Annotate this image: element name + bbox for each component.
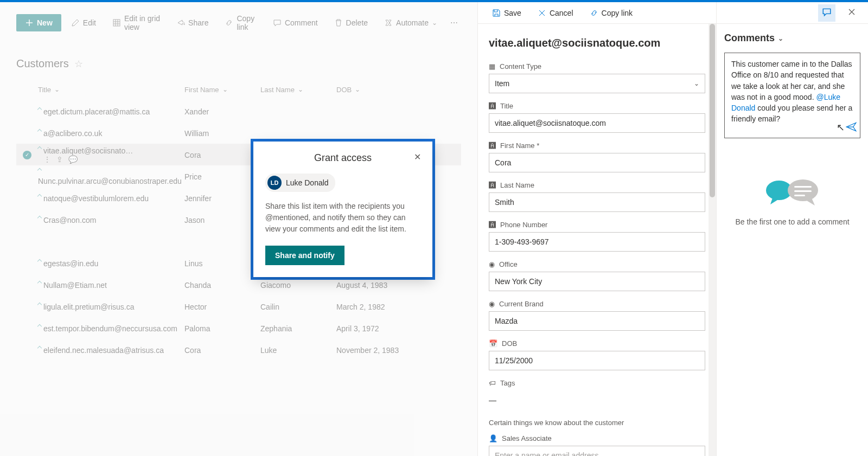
comments-illustration-icon	[717, 175, 868, 208]
choice-icon: ◉	[489, 300, 495, 308]
sales-associate-input[interactable]: Enter a name or email address	[489, 446, 705, 456]
chevron-down-icon: ⌄	[694, 80, 699, 87]
details-panel: Save Cancel Copy link vitae.aliquet@soci…	[477, 2, 716, 456]
dialog-close-button[interactable]: ✕	[414, 152, 421, 162]
brand-input[interactable]: Mazda	[489, 311, 705, 331]
person-icon: 👤	[489, 434, 497, 442]
text-field-icon: 🅰	[489, 102, 496, 110]
text-field-icon: 🅰	[489, 221, 496, 229]
title-input[interactable]: vitae.aliquet@sociisnatoque.com	[489, 113, 705, 133]
comment-input[interactable]: This customer came in to the Dallas Offi…	[724, 53, 860, 138]
main-area: New Edit Edit in grid view Share Copy li…	[0, 2, 477, 456]
save-icon	[492, 9, 501, 17]
close-panel-button[interactable]	[843, 4, 860, 22]
comment-icon	[822, 7, 832, 18]
choice-icon: ◉	[489, 260, 495, 268]
content-type-select[interactable]: Item ⌄	[489, 74, 705, 93]
panel-copy-link-button[interactable]: Copy link	[586, 7, 636, 20]
dialog-body-text: Share this list item with the recipients…	[265, 201, 420, 235]
avatar: LD	[267, 176, 282, 190]
tag-icon: 🏷	[489, 379, 496, 387]
calendar-icon: 📅	[489, 339, 497, 348]
dob-input[interactable]: 11/25/2000	[489, 351, 705, 370]
svg-rect-4	[794, 190, 812, 192]
first-name-input[interactable]: Cora	[489, 153, 705, 172]
recipient-chip[interactable]: LD Luke Donald	[265, 174, 335, 192]
comments-empty-state: Be the first one to add a comment	[717, 175, 868, 226]
send-icon	[846, 125, 857, 134]
panel-toolbar: Save Cancel Copy link	[478, 2, 716, 24]
empty-comments-label: Be the first one to add a comment	[717, 217, 868, 226]
close-icon	[538, 9, 546, 17]
tags-value[interactable]: —	[489, 390, 705, 410]
link-icon	[590, 9, 598, 17]
close-icon	[847, 8, 856, 18]
text-field-icon: 🅰	[489, 142, 496, 150]
svg-rect-5	[794, 195, 805, 196]
panel-cancel-button[interactable]: Cancel	[534, 7, 577, 20]
office-input[interactable]: New York City	[489, 272, 705, 291]
recipient-name: Luke Donald	[286, 178, 329, 187]
text-field-icon: 🅰	[489, 181, 496, 189]
close-icon: ✕	[414, 152, 421, 162]
share-and-notify-button[interactable]: Share and notify	[265, 246, 344, 265]
panel-scrollbar[interactable]	[709, 24, 716, 456]
section-description: Certain things we know about the custome…	[489, 419, 705, 427]
chevron-down-icon: ⌄	[778, 35, 783, 42]
comments-heading[interactable]: Comments ⌄	[717, 24, 868, 48]
panel-save-button[interactable]: Save	[489, 7, 525, 20]
toggle-comments-button[interactable]	[818, 4, 835, 22]
item-title: vitae.aliquet@sociisnatoque.com	[489, 37, 705, 49]
send-comment-button[interactable]	[846, 121, 857, 135]
last-name-input[interactable]: Smith	[489, 192, 705, 212]
content-type-icon: ▦	[489, 62, 495, 70]
dialog-title: Grant access	[314, 152, 372, 164]
grant-access-dialog: Grant access ✕ LD Luke Donald Share this…	[251, 139, 435, 280]
svg-rect-3	[794, 186, 812, 188]
comments-pane: Comments ⌄ This customer came in to the …	[716, 2, 868, 456]
mouse-cursor-icon: ↖	[837, 120, 845, 134]
phone-input[interactable]: 1-309-493-9697	[489, 232, 705, 252]
